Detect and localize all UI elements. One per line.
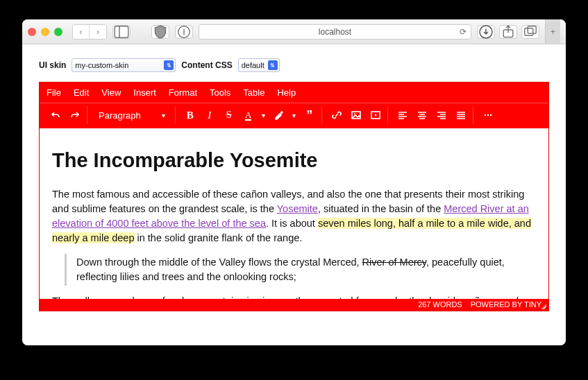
blockquote-button[interactable]: ”	[301, 106, 319, 124]
reader-button[interactable]	[175, 25, 193, 39]
menu-file[interactable]: File	[47, 87, 61, 98]
chevron-down-icon: ▾	[162, 112, 165, 119]
powered-by[interactable]: POWERED BY TINY	[471, 300, 541, 309]
editor-content[interactable]: The Incomparable Yosemite The most famou…	[40, 128, 548, 299]
svg-point-9	[354, 113, 355, 114]
tabs-button[interactable]	[521, 25, 539, 39]
align-right-button[interactable]	[432, 106, 451, 124]
resize-grip-icon[interactable]	[539, 302, 546, 309]
privacy-report-button[interactable]	[151, 25, 169, 39]
doc-paragraph-1: The most famous and accessible of these …	[52, 187, 536, 245]
media-button[interactable]	[367, 106, 385, 124]
chevron-updown-icon: ⇅	[268, 60, 278, 70]
share-button[interactable]	[499, 25, 517, 39]
new-tab-button[interactable]: +	[545, 19, 560, 44]
back-button[interactable]: ‹	[73, 25, 90, 39]
menu-edit[interactable]: Edit	[74, 87, 89, 98]
chevron-updown-icon: ⇅	[164, 60, 174, 70]
editor-statusbar: 267 WORDS POWERED BY TINY	[40, 299, 548, 311]
menu-tools[interactable]: Tools	[210, 87, 230, 98]
doc-title: The Incomparable Yosemite	[52, 146, 536, 175]
svg-point-11	[485, 114, 486, 116]
tinymce-editor: File Edit View Insert Format Tools Table…	[39, 82, 549, 311]
ui-skin-select[interactable]: my-custom-skin ⇅	[72, 58, 176, 72]
italic-button[interactable]: I	[201, 106, 219, 124]
block-format-select[interactable]: Paragraph ▾	[93, 106, 172, 124]
content-css-label: Content CSS	[181, 60, 232, 70]
undo-button[interactable]	[47, 106, 65, 124]
reload-icon[interactable]: ⟳	[460, 27, 467, 37]
text-color-button[interactable]: A	[240, 106, 258, 124]
page-body: UI skin my-custom-skin ⇅ Content CSS def…	[22, 44, 566, 345]
browser-titlebar: ‹ › localhost ⟳ +	[22, 19, 566, 44]
highlight-menu[interactable]: ▾	[289, 106, 299, 124]
minimize-window-button[interactable]	[41, 28, 49, 36]
menu-help[interactable]: Help	[277, 87, 296, 98]
svg-rect-0	[115, 26, 128, 37]
word-count[interactable]: 267 WORDS	[418, 300, 462, 309]
link-button[interactable]	[328, 106, 346, 124]
image-button[interactable]	[347, 106, 365, 124]
downloads-button[interactable]	[477, 25, 495, 39]
align-center-button[interactable]	[413, 106, 431, 124]
highlight-button[interactable]	[270, 106, 288, 124]
svg-point-12	[487, 114, 489, 116]
strikethrough-button[interactable]: S	[220, 106, 238, 124]
bold-button[interactable]: B	[181, 106, 199, 124]
menu-table[interactable]: Table	[243, 87, 264, 98]
svg-point-13	[490, 114, 492, 116]
align-justify-button[interactable]	[452, 106, 470, 124]
editor-toolbar: Paragraph ▾ B I S A ▾ ▾ ”	[40, 103, 548, 128]
more-button[interactable]	[479, 106, 497, 124]
text-color-menu[interactable]: ▾	[259, 106, 269, 124]
address-text: localhost	[319, 27, 351, 37]
browser-right-controls	[477, 25, 539, 39]
nav-back-forward: ‹ ›	[72, 24, 107, 40]
ui-skin-label: UI skin	[39, 60, 66, 70]
menu-insert[interactable]: Insert	[133, 87, 156, 98]
strike-text: River of Mercy	[362, 257, 426, 268]
close-window-button[interactable]	[28, 28, 36, 36]
link-yosemite[interactable]: Yosemite	[277, 203, 318, 214]
redo-button[interactable]	[66, 106, 84, 124]
zoom-window-button[interactable]	[54, 28, 62, 36]
sidebar-toggle-button[interactable]	[112, 25, 131, 39]
content-css-select[interactable]: default ⇅	[238, 58, 280, 72]
block-format-value: Paragraph	[99, 110, 141, 121]
config-row: UI skin my-custom-skin ⇅ Content CSS def…	[39, 58, 549, 72]
svg-rect-7	[528, 26, 536, 33]
doc-paragraph-2: The walls are made up of rocks, mountain…	[52, 294, 536, 299]
doc-blockquote: Down through the middle of the Valley fl…	[65, 254, 536, 286]
align-left-button[interactable]	[394, 106, 412, 124]
svg-rect-6	[525, 28, 533, 35]
content-css-value: default	[242, 61, 264, 69]
browser-window: ‹ › localhost ⟳ +	[22, 19, 566, 345]
menu-view[interactable]: View	[101, 87, 121, 98]
ui-skin-value: my-custom-skin	[75, 61, 128, 69]
address-bar[interactable]: localhost ⟳	[199, 24, 471, 40]
forward-button[interactable]: ›	[90, 25, 106, 39]
menu-format[interactable]: Format	[169, 87, 197, 98]
editor-menubar: File Edit View Insert Format Tools Table…	[40, 83, 548, 103]
window-traffic-lights	[28, 28, 62, 36]
